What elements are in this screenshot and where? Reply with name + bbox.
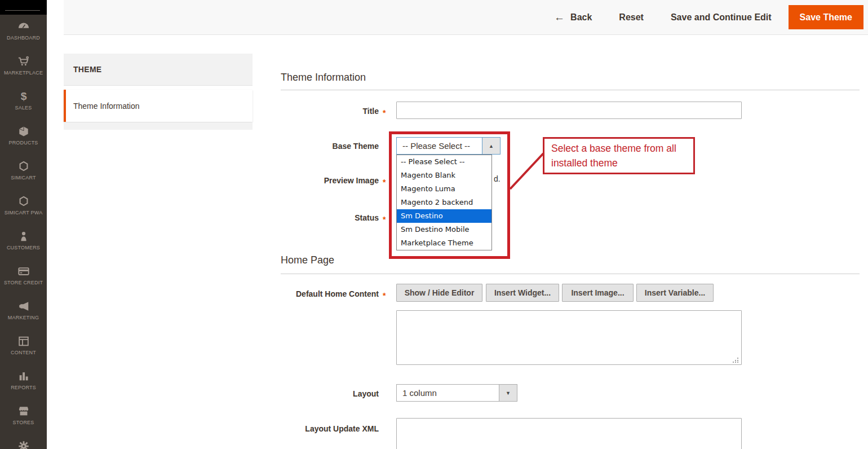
marketplace-icon (17, 55, 30, 68)
layout-update-xml-label: Layout Update XML (249, 424, 379, 433)
sales-icon: $ (17, 90, 30, 103)
sidebar-item-label: STORES (12, 420, 34, 425)
preview-image-label: Preview Image (249, 176, 379, 185)
logo-strip (0, 0, 47, 15)
sidebar-item-label: SIMICART (11, 175, 36, 181)
sidebar-item-label: SIMICART PWA (5, 210, 43, 215)
layout-label: Layout (249, 389, 379, 398)
layout-select[interactable]: 1 column ▼ (396, 384, 517, 402)
simicart-pwa-icon (17, 195, 30, 208)
page-actions-bar: ← Back Reset Save and Continue Edit Save… (64, 0, 868, 35)
title-label: Title (249, 107, 379, 116)
simicart-icon (17, 160, 30, 173)
back-label: Back (570, 12, 592, 23)
dropdown-option[interactable]: Marketplace Theme (397, 236, 491, 250)
admin-sidebar: DASHBOARD MARKETPLACE $ SALES PRODUCTS (0, 0, 47, 449)
sidebar-item-simicart-pwa[interactable]: SIMICART PWA (0, 190, 47, 224)
sidebar-item-label: PRODUCTS (8, 140, 38, 146)
title-input[interactable] (396, 102, 742, 119)
sidebar-item-content[interactable]: CONTENT (0, 329, 47, 364)
stores-icon (17, 404, 30, 418)
sidebar-item-label: SALES (15, 105, 32, 111)
dropdown-option[interactable]: -- Please Select -- (397, 155, 491, 169)
section-divider (281, 90, 860, 90)
marketing-icon (17, 300, 30, 313)
default-home-content-textarea[interactable] (396, 310, 742, 365)
layout-update-xml-textarea[interactable] (396, 418, 742, 449)
default-home-content-label: Default Home Content (249, 289, 379, 298)
annotation-arrow (506, 148, 547, 193)
system-gear-icon (17, 439, 30, 449)
sidebar-item-store-credit[interactable]: STORE CREDIT (0, 259, 47, 294)
content-icon (17, 334, 30, 348)
base-theme-selected-value: -- Please Select -- (402, 138, 470, 154)
insert-variable-button[interactable]: Insert Variable... (636, 284, 714, 302)
sidebar-item-dashboard[interactable]: DASHBOARD (0, 15, 47, 50)
sidebar-item-reports[interactable]: REPORTS (0, 364, 47, 399)
sidebar-item-marketplace[interactable]: MARKETPLACE (0, 50, 47, 85)
magento-admin-theme-edit-page: DASHBOARD MARKETPLACE $ SALES PRODUCTS (0, 0, 868, 449)
default-home-content-required-marker: * (383, 291, 386, 300)
base-theme-select[interactable]: -- Please Select -- ▲ (396, 137, 501, 155)
section-title-home-page: Home Page (281, 254, 334, 266)
customers-icon (17, 230, 30, 243)
sidebar-item-products[interactable]: PRODUCTS (0, 120, 47, 155)
reports-icon (17, 369, 30, 383)
show-hide-editor-button[interactable]: Show / Hide Editor (396, 284, 482, 302)
sidebar-item-label: MARKETING (8, 315, 39, 320)
status-label: Status (249, 213, 379, 222)
section-title-theme-information: Theme Information (281, 72, 366, 83)
back-button[interactable]: ← Back (554, 11, 592, 24)
base-theme-label: Base Theme (249, 142, 379, 151)
dropdown-option-highlighted[interactable]: Sm Destino (397, 209, 491, 223)
layout-selected-value: 1 column (402, 385, 437, 401)
sidebar-item-label: DASHBOARD (7, 35, 40, 41)
store-credit-icon (17, 265, 30, 278)
sidebar-item-label: CUSTOMERS (7, 245, 40, 250)
sidebar-item-system[interactable] (0, 434, 47, 449)
dropdown-option[interactable]: Magento Luma (397, 182, 491, 196)
sidebar-item-customers[interactable]: CUSTOMERS (0, 224, 47, 259)
insert-widget-button[interactable]: Insert Widget... (486, 284, 559, 302)
combo-down-arrow-icon[interactable]: ▼ (499, 385, 517, 401)
insert-image-button[interactable]: Insert Image... (562, 284, 634, 302)
reset-button[interactable]: Reset (619, 12, 644, 23)
theme-nav-panel: THEME Theme Information (64, 54, 253, 130)
section-divider (281, 274, 860, 274)
save-and-continue-button[interactable]: Save and Continue Edit (671, 12, 772, 23)
nav-item-theme-information[interactable]: Theme Information (64, 90, 253, 122)
sidebar-item-stores[interactable]: STORES (0, 399, 47, 434)
dropdown-option[interactable]: Magento Blank (397, 169, 491, 182)
dropdown-option[interactable]: Magento 2 backend (397, 196, 491, 209)
sidebar-item-label: REPORTS (11, 385, 36, 390)
status-required-marker: * (383, 215, 386, 224)
combo-up-arrow-icon[interactable]: ▲ (482, 138, 500, 154)
title-required-marker: * (383, 108, 386, 117)
dashboard-icon (17, 20, 30, 33)
resize-grip-icon[interactable] (733, 357, 739, 363)
nav-panel-footer (64, 122, 253, 130)
base-theme-dropdown-list: -- Please Select -- Magento Blank Magent… (396, 155, 492, 250)
left-arrow-icon: ← (554, 11, 565, 24)
nav-panel-title: THEME (64, 54, 253, 86)
admin-menu: DASHBOARD MARKETPLACE $ SALES PRODUCTS (0, 15, 47, 449)
products-icon (17, 125, 30, 138)
sidebar-item-label: STORE CREDIT (4, 280, 43, 285)
preview-image-required-marker: * (383, 178, 386, 187)
dropdown-option[interactable]: Sm Destino Mobile (397, 223, 491, 236)
sidebar-item-label: CONTENT (11, 350, 36, 355)
annotation-box: Select a base theme from all installed t… (543, 137, 695, 174)
sidebar-item-simicart[interactable]: SIMICART (0, 155, 47, 190)
sidebar-item-label: MARKETPLACE (4, 70, 43, 76)
svg-text:$: $ (20, 90, 26, 102)
sidebar-item-sales[interactable]: $ SALES (0, 85, 47, 120)
save-theme-button[interactable]: Save Theme (789, 5, 863, 29)
preview-image-truncated-text: d. (494, 174, 501, 183)
sidebar-item-marketing[interactable]: MARKETING (0, 294, 47, 329)
